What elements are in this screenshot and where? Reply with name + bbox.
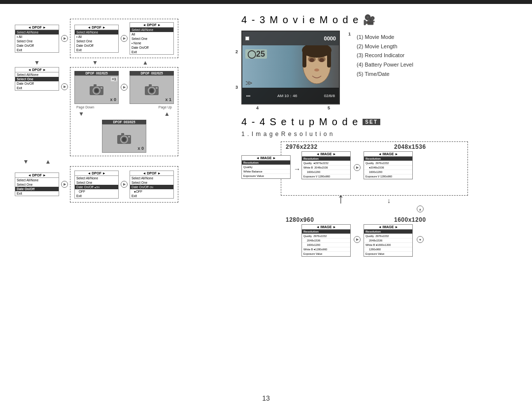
row3-date: ◄ DPOF ► Select All/None Select One Date… bbox=[15, 166, 227, 203]
arrows-left-col: ▼ ▲ bbox=[15, 158, 59, 165]
image-menu-tr-ev: Exposure V 1280x960 bbox=[364, 174, 412, 179]
vf-date: 02/8/8 bbox=[324, 94, 335, 98]
label-num-1: 1 bbox=[348, 32, 351, 36]
image-menu-center-title: ◄ IMAGE ► bbox=[242, 156, 290, 161]
dpof-item-2-exit: Exit bbox=[75, 48, 118, 52]
nav-res-1: ▶ bbox=[354, 164, 361, 171]
movie-mode-section: 4 - 3 M o v i e M o d e 🎥 1 2 3 4 5 bbox=[241, 14, 517, 108]
nav-res-3: ▶ bbox=[354, 236, 361, 243]
top-bar bbox=[0, 0, 532, 4]
vf-time: AM 10：46 bbox=[277, 93, 297, 99]
dpof-item-3-all: All bbox=[130, 32, 173, 36]
res-label-topleft: 2976x2232 bbox=[286, 143, 318, 150]
dpof-box-9: ◄ DPOF ► Select All/None Select One Date… bbox=[130, 171, 174, 199]
svg-rect-14 bbox=[128, 136, 130, 137]
vf-label-3: (3) Record Indicator bbox=[357, 51, 413, 60]
vert-arrows-1: ▼ ▼ ▲ bbox=[15, 59, 227, 66]
right-section: 4 - 3 M o v i e M o d e 🎥 1 2 3 4 5 bbox=[241, 14, 517, 265]
arrow-right-1: → bbox=[294, 165, 300, 173]
image-menu-center-wb: White Balance bbox=[242, 170, 290, 174]
dpof-box-8: ◄ DPOF ► Select All/None Select One Date… bbox=[74, 171, 119, 199]
rec-box bbox=[245, 36, 249, 40]
svg-point-20 bbox=[314, 68, 319, 71]
nav-col-6: ▶ bbox=[121, 170, 128, 199]
movie-content: 1 2 3 4 5 0000 bbox=[241, 31, 517, 108]
dpof-title-3: ◄ DPOF ► bbox=[130, 23, 173, 28]
vf-label-2: (2) Movie Length bbox=[357, 42, 413, 51]
dpof-box-1: ◄ DPOF ► Select All/None • All Select On… bbox=[15, 25, 59, 53]
nav-col-3: ▶ bbox=[61, 67, 68, 106]
dpof-box-4: ◄ DPOF ► Select All/None Select One Date… bbox=[15, 67, 59, 91]
image-menu-tr-1600: 1600x1200 bbox=[364, 170, 412, 174]
row1-select-all: ◄ DPOF ► Select All/None • All Select On… bbox=[15, 19, 227, 58]
res-label-bottomleft: 1280x960 bbox=[286, 216, 314, 223]
nav-res-2: ▲ bbox=[417, 206, 424, 212]
image-menu-bottomright: ◄ IMAGE ► Resolution Quality 2976x2232 2… bbox=[364, 224, 413, 257]
dpof-item-2-date: Date On/Off bbox=[75, 43, 118, 48]
image-menu-br-title: ◄ IMAGE ► bbox=[364, 225, 412, 230]
page-down-label: Page Down bbox=[76, 105, 94, 109]
nav-circle-2[interactable]: ▶ bbox=[121, 35, 128, 42]
face-svg bbox=[290, 45, 334, 89]
vf-top-bar: 0000 bbox=[242, 32, 339, 45]
page: ◄ DPOF ► Select All/None • All Select On… bbox=[0, 0, 532, 411]
image-menu-tl-res: Resolution bbox=[302, 157, 350, 161]
arrow-page-up: ▲ bbox=[164, 110, 170, 117]
vf-label-1: (1) Movie Mode bbox=[357, 33, 413, 42]
dpof-item-9-date: Date On/Off ON bbox=[130, 185, 173, 189]
vf-bg: ◯25 ≫ bbox=[242, 45, 339, 89]
svg-rect-9 bbox=[156, 87, 158, 89]
image-menu-br-res: Resolution bbox=[364, 230, 412, 234]
image-menu-tr-quality: Quality 2976x2232 bbox=[364, 161, 412, 166]
dpof-item-8-exit: Exit bbox=[75, 194, 118, 198]
dpof-title-1: ◄ DPOF ► bbox=[15, 25, 59, 30]
nav-res-4: ▼ bbox=[417, 236, 424, 243]
preview-1-container: DPOF 002/025 x 0 +1 bbox=[74, 71, 119, 104]
nav-col-2: ▶ bbox=[121, 35, 128, 42]
svg-point-19 bbox=[319, 58, 324, 62]
image-menu-tr-res: Resolution bbox=[364, 157, 412, 161]
preview-2-container: DPOF 002/025 x 1 bbox=[130, 71, 174, 104]
resolution-title: 1 . I m a g e R e s o l u t i o n bbox=[241, 131, 517, 137]
image-menu-bl-res: Resolution bbox=[302, 230, 350, 234]
arrow-down-2: ▼ ▲ bbox=[70, 59, 170, 66]
dpof-item-3-none: • None bbox=[130, 41, 173, 45]
nav-circle-res-2[interactable]: ▲ bbox=[417, 206, 424, 212]
svg-rect-8 bbox=[149, 84, 152, 87]
image-menu-br-quality: Quality 2976x2232 bbox=[364, 234, 412, 239]
left-section: ◄ DPOF ► Select All/None • All Select On… bbox=[15, 14, 227, 203]
count-3: x 0 bbox=[137, 146, 144, 151]
preview-3-container: DPOF 003/025 x 0 bbox=[102, 120, 146, 153]
dpof-title-9: ◄ DPOF ► bbox=[130, 171, 173, 176]
dpof-item-selectall: Select All/None bbox=[15, 30, 59, 34]
nav-circle-res-3[interactable]: ▶ bbox=[354, 236, 361, 243]
image-menu-tl-quality: Quality ●2976x2232 bbox=[302, 161, 350, 166]
nav-circle-6[interactable]: ▶ bbox=[121, 181, 128, 188]
dpof-item-selectone: Select One bbox=[15, 39, 59, 43]
svg-point-12 bbox=[122, 137, 126, 141]
dpof-item-8-date: Date On/Off ●ON bbox=[75, 185, 118, 189]
vf-number-25: ◯25 bbox=[245, 49, 267, 59]
dpof-title-8: ◄ DPOF ► bbox=[75, 171, 118, 176]
page-labels: Page Down Page Up bbox=[74, 105, 174, 109]
nav-circle-res-4[interactable]: ▼ bbox=[417, 236, 424, 243]
image-menu-tl-wb: White B 2048x1536 bbox=[302, 166, 350, 170]
movie-title-text: 4 - 3 M o v i e M o d e bbox=[241, 14, 359, 26]
nav-circle-5[interactable]: ▶ bbox=[61, 181, 68, 188]
nav-circle-1[interactable]: ▶ bbox=[61, 35, 68, 42]
preview-2-title: DPOF 002/025 bbox=[130, 71, 174, 75]
image-menu-bl-quality: Quality 2976x2232 bbox=[302, 234, 350, 239]
image-menu-bl-1600: 1600x1200 bbox=[302, 243, 350, 247]
nav-circle-4[interactable]: ▶ bbox=[121, 84, 128, 91]
preview-1-title: DPOF 002/025 bbox=[74, 71, 119, 75]
setup-mode-title: 4 - 4 S e t u p M o d e SET bbox=[241, 116, 517, 128]
dpof-item-7-date: Date On/Off bbox=[15, 187, 59, 191]
dpof-box-7: ◄ DPOF ► Select All/None Select One Date… bbox=[15, 172, 59, 196]
dpof-item-7-selectone: Select One bbox=[15, 182, 59, 187]
arrow-down-3: ▼ bbox=[23, 158, 29, 165]
label-num-2: 2 bbox=[235, 49, 238, 54]
nav-circle-res-1[interactable]: ▶ bbox=[354, 164, 361, 171]
label-num-4: 4 bbox=[256, 105, 259, 110]
res-label-bottomright: 1600x1200 bbox=[394, 216, 426, 223]
nav-circle-3[interactable]: ▶ bbox=[61, 83, 68, 90]
